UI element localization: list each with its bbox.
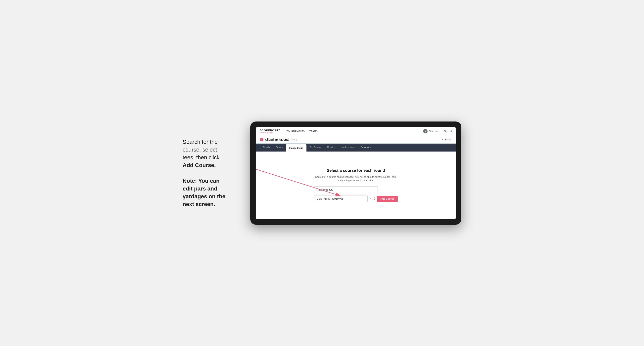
tee-select[interactable]: Gold (M) (M) (7010 yds) [314, 195, 368, 202]
nav-teams[interactable]: TEAMS [310, 129, 318, 133]
annotation-line3: tees, then click [182, 154, 220, 161]
nav-divider: | [441, 130, 442, 133]
arrow-down-icon[interactable]: ▼ [374, 199, 375, 201]
sign-out-link[interactable]: Sign out [444, 130, 452, 133]
select-controls: ▲ ▼ [374, 197, 375, 201]
main-content: Select a course for each round Search fo… [256, 152, 456, 219]
nav-links: TOURNAMENTS TEAMS [286, 129, 423, 133]
tournament-gender: (Men) [291, 138, 297, 141]
tournament-title-area: C Clippd Invitational (Men) [260, 138, 297, 141]
tab-details[interactable]: Details [260, 144, 273, 152]
arrow-up-icon[interactable]: ▲ [374, 197, 375, 199]
add-course-button[interactable]: Add Course [377, 196, 398, 202]
annotation-note3: yardages on the [182, 193, 226, 199]
tab-leaderboards[interactable]: Leaderboards [338, 144, 358, 152]
tab-course-setup[interactable]: Course Setup [286, 144, 306, 152]
tab-teams[interactable]: Teams [273, 144, 286, 152]
tab-nav: Details Teams Course Setup Tee Groups Re… [256, 144, 456, 152]
logo-area: SCOREBOARD Powered by clippd [260, 129, 280, 134]
tournament-name: Clippd Invitational [265, 138, 289, 141]
annotation-note1: Note: You can [182, 178, 220, 184]
annotation-text: Search for the course, select tees, then… [182, 138, 238, 208]
tablet-screen-area: SCOREBOARD Powered by clippd TOURNAMENTS… [256, 127, 456, 219]
tab-tee-groups[interactable]: Tee Groups [306, 144, 324, 152]
annotation-line4: Add Course. [182, 162, 216, 168]
annotation-line1: Search for the [182, 139, 218, 145]
user-area: T Test User | Sign out [423, 129, 452, 133]
card-title: Select a course for each round [314, 168, 398, 173]
tournament-header: C Clippd Invitational (Men) Cancel × [256, 136, 456, 144]
user-name: Test User [429, 130, 438, 133]
cancel-button[interactable]: Cancel × [442, 138, 452, 141]
tee-clear-button[interactable]: × [369, 197, 372, 200]
logo-title: SCOREBOARD [260, 129, 280, 132]
annotation-note2: edit pars and [182, 185, 217, 192]
tab-printables[interactable]: Printables [358, 144, 374, 152]
tab-results[interactable]: Results [324, 144, 338, 152]
nav-tournaments[interactable]: TOURNAMENTS [286, 129, 305, 133]
annotation-note4: next screen. [182, 201, 215, 207]
tournament-icon: C [260, 138, 264, 141]
tablet-screen: SCOREBOARD Powered by clippd TOURNAMENTS… [256, 127, 456, 219]
tablet-frame: SCOREBOARD Powered by clippd TOURNAMENTS… [250, 122, 462, 225]
annotation-line2: course, select [182, 147, 217, 153]
tee-select-row: Gold (M) (M) (7010 yds) × ▲ ▼ Add Course [314, 195, 398, 202]
card-description: Search for a course and select a tee. Yo… [314, 175, 398, 182]
logo-subtitle: Powered by clippd [260, 132, 280, 134]
top-nav: SCOREBOARD Powered by clippd TOURNAMENTS… [256, 127, 456, 136]
content-card: Select a course for each round Search fo… [314, 168, 398, 202]
user-avatar: T [423, 129, 428, 133]
course-search-input[interactable] [314, 186, 378, 193]
